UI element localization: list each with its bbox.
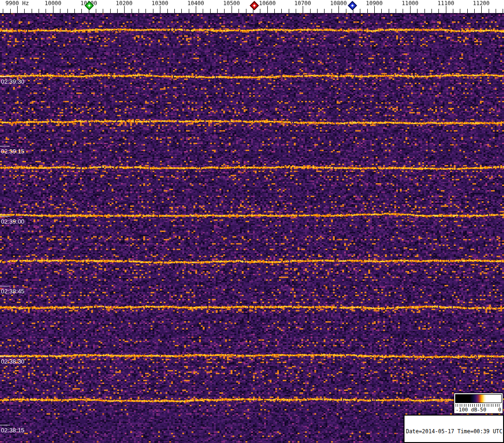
blue-marker-center-dot [351,4,354,7]
scale-label-max: 0 [498,407,501,413]
time-label-02-39-00: 02:39:00 [1,218,25,225]
freq-tick-label-10300: 10300 [152,0,168,7]
time-tick-mark [0,356,10,357]
scale-label-mid: -50 [477,407,486,413]
freq-tick-label-10500: 10500 [223,0,240,7]
red-marker-center-dot [253,4,256,7]
time-label-02-38-15: 02:38:15 [1,427,25,434]
amplitude-color-scale[interactable]: -100 dB -50 0 [454,393,503,414]
info-line-date: Date=2014-05-17 Time=00:39 UTC [406,429,502,435]
time-label-text: 02:39:00 [1,218,25,225]
waterfall-display[interactable] [0,13,504,443]
time-tick-mark [0,146,10,146]
freq-tick-label-11100: 11100 [438,0,454,7]
freq-tick-label-10800: 10800 [330,0,347,7]
time-label-02-39-30: 02:39:30 [1,78,25,85]
time-label-02-38-30: 02:38:30 [1,358,25,365]
freq-tick-label-11000: 11000 [402,0,418,7]
freq-tick-label-11200: 11200 [473,0,490,7]
time-tick-mark [0,76,10,77]
time-label-text: 02:39:15 [1,148,25,155]
time-label-text: 02:38:45 [1,288,25,295]
time-tick-mark [0,286,10,286]
time-label-02-39-15: 02:39:15 [1,148,25,155]
time-tick-mark [0,216,10,217]
time-label-text: 02:38:15 [1,427,25,434]
freq-tick-label-10700: 10700 [294,0,311,7]
observation-info-box: Date=2014-05-17 Time=00:39 UTC Freq=143 … [404,415,504,443]
frequency-ruler[interactable]: 9900 Hz100001010010200103001040010500106… [0,0,504,13]
color-scale-labels: -100 dB -50 0 [456,407,501,413]
freq-tick-label-10200: 10200 [116,0,133,7]
green-marker-center-dot [88,4,91,7]
freq-tick-label-10900: 10900 [366,0,383,7]
freq-tick-label-10600: 10600 [259,0,276,7]
freq-tick-label-10400: 10400 [187,0,204,7]
color-gradient-bar[interactable] [455,394,502,403]
time-label-text: 02:39:30 [1,78,25,85]
time-tick-mark [0,425,10,425]
freq-tick-label-10000: 10000 [45,0,61,7]
spectrogram-window: 9900 Hz100001010010200103001040010500106… [0,0,504,443]
freq-tick-label-9900-Hz: 9900 Hz [6,0,29,7]
time-label-text: 02:38:30 [1,358,25,365]
time-label-02-38-45: 02:38:45 [1,288,25,295]
scale-label-min: -100 dB [456,407,477,413]
